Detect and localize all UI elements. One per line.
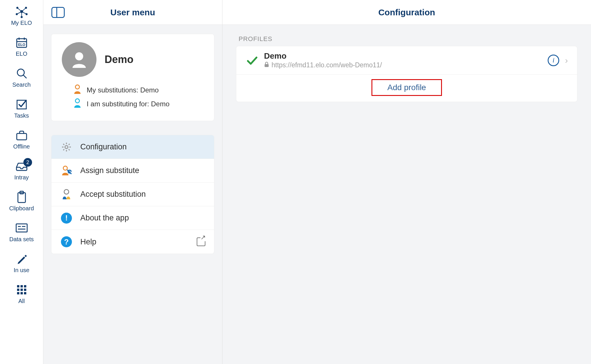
nav-label: All bbox=[18, 298, 25, 304]
pencil-icon bbox=[16, 252, 27, 265]
chevron-right-icon: › bbox=[565, 55, 568, 65]
username: Demo bbox=[105, 53, 133, 66]
check-box-icon bbox=[16, 98, 28, 111]
menu-item-label: About the app bbox=[80, 213, 129, 222]
network-icon bbox=[15, 5, 28, 18]
svg-line-17 bbox=[23, 75, 26, 78]
menu-item-label: Help bbox=[80, 237, 96, 246]
external-link-icon bbox=[197, 237, 205, 246]
svg-rect-19 bbox=[17, 133, 27, 140]
nav-label: My ELO bbox=[11, 20, 32, 26]
svg-point-48 bbox=[64, 190, 69, 194]
svg-point-38 bbox=[65, 145, 68, 148]
clipboard-icon bbox=[16, 191, 27, 203]
svg-rect-31 bbox=[24, 289, 26, 291]
svg-rect-28 bbox=[24, 285, 26, 287]
profile-name: Demo bbox=[264, 51, 542, 61]
nav-datasets[interactable]: Data sets bbox=[0, 219, 43, 245]
add-profile-row: Add profile bbox=[236, 75, 577, 102]
nav-clipboard[interactable]: Clipboard bbox=[0, 188, 43, 214]
user-menu-list: Configuration Assign substitute Acce bbox=[51, 135, 214, 254]
svg-line-44 bbox=[69, 149, 70, 150]
svg-point-35 bbox=[75, 52, 83, 60]
person-duo-icon bbox=[60, 188, 73, 201]
substituting-for-label: I am substituting for: Demo bbox=[87, 100, 170, 108]
svg-line-8 bbox=[17, 12, 22, 14]
avatar bbox=[62, 42, 96, 77]
calendar-icon: ELO bbox=[16, 36, 28, 49]
nav-all[interactable]: All bbox=[0, 281, 43, 307]
menu-about-app[interactable]: ! About the app bbox=[51, 206, 214, 230]
nav-my-elo[interactable]: My ELO bbox=[0, 3, 43, 29]
svg-rect-33 bbox=[21, 292, 23, 294]
layout-toggle-icon[interactable] bbox=[51, 7, 65, 18]
profile-url: https://efmd11.elo.com/web-Demo11/ bbox=[272, 61, 382, 69]
user-menu-title: User menu bbox=[73, 8, 192, 17]
person-cyan-icon bbox=[73, 98, 81, 110]
check-icon bbox=[246, 54, 258, 67]
nav-label: In use bbox=[14, 267, 29, 274]
nav-label: Search bbox=[12, 81, 31, 88]
menu-item-label: Assign substitute bbox=[80, 166, 139, 175]
nav-search[interactable]: Search bbox=[0, 65, 43, 90]
menu-accept-substitution[interactable]: Accept substitution bbox=[51, 183, 214, 206]
svg-point-37 bbox=[75, 99, 79, 103]
menu-configuration[interactable]: Configuration bbox=[51, 135, 214, 159]
info-icon[interactable]: i bbox=[548, 55, 559, 66]
nav-label: Offline bbox=[13, 143, 30, 150]
menu-item-label: Accept substitution bbox=[80, 190, 146, 199]
substituting-for-row[interactable]: I am substituting for: Demo bbox=[62, 97, 204, 111]
profiles-card: Demo https://efmd11.elo.com/web-Demo11/ … bbox=[236, 46, 577, 102]
nav-label: Data sets bbox=[9, 236, 34, 243]
intray-badge: 2 bbox=[23, 158, 32, 167]
menu-assign-substitute[interactable]: Assign substitute bbox=[51, 159, 214, 183]
my-substitutions-label: My substitutions: Demo bbox=[87, 86, 159, 94]
user-card: Demo My substitutions: Demo I am substit… bbox=[51, 34, 214, 121]
nav-offline[interactable]: Offline bbox=[0, 127, 43, 152]
gear-icon bbox=[60, 141, 73, 153]
profiles-section-label: PROFILES bbox=[236, 35, 577, 43]
svg-rect-32 bbox=[17, 292, 19, 294]
menu-item-label: Configuration bbox=[80, 142, 127, 151]
nav-label: Intray bbox=[14, 174, 29, 181]
svg-rect-26 bbox=[17, 285, 19, 287]
grid-icon bbox=[16, 283, 27, 296]
config-panel: Configuration PROFILES Demo bbox=[222, 0, 591, 364]
svg-rect-49 bbox=[265, 64, 269, 67]
nav-sidebar: My ELO ELO ELO Search bbox=[0, 0, 43, 364]
help-icon: ? bbox=[60, 235, 73, 248]
svg-text:ELO: ELO bbox=[18, 43, 25, 47]
nav-elo[interactable]: ELO ELO bbox=[0, 34, 43, 60]
config-header: Configuration bbox=[222, 0, 591, 25]
menu-help[interactable]: ? Help bbox=[51, 230, 214, 254]
svg-rect-22 bbox=[16, 224, 27, 232]
svg-point-36 bbox=[75, 85, 79, 89]
svg-line-7 bbox=[22, 8, 26, 12]
lock-icon bbox=[264, 61, 269, 69]
form-icon bbox=[15, 222, 28, 234]
config-body: PROFILES Demo bbox=[222, 25, 591, 112]
nav-in-use[interactable]: In use bbox=[0, 250, 43, 276]
profile-row[interactable]: Demo https://efmd11.elo.com/web-Demo11/ … bbox=[236, 46, 577, 75]
add-profile-button[interactable]: Add profile bbox=[371, 79, 442, 96]
svg-point-47 bbox=[63, 166, 67, 170]
svg-rect-29 bbox=[17, 289, 19, 291]
nav-label: Tasks bbox=[14, 112, 29, 119]
info-exclaim-icon: ! bbox=[60, 212, 73, 224]
user-menu-panel: User menu Demo My substitutions: Demo bbox=[43, 0, 222, 364]
svg-line-46 bbox=[63, 149, 64, 150]
svg-rect-27 bbox=[21, 285, 23, 287]
svg-line-6 bbox=[17, 8, 22, 12]
nav-label: Clipboard bbox=[9, 205, 34, 212]
person-wrench-icon bbox=[60, 164, 73, 177]
nav-tasks[interactable]: Tasks bbox=[0, 96, 43, 121]
my-substitutions-row[interactable]: My substitutions: Demo bbox=[62, 83, 204, 97]
search-icon bbox=[16, 67, 27, 80]
svg-rect-30 bbox=[21, 289, 23, 291]
svg-line-43 bbox=[63, 144, 64, 144]
nav-label: ELO bbox=[16, 51, 27, 57]
person-orange-icon bbox=[73, 84, 81, 96]
nav-intray[interactable]: 2 Intray bbox=[0, 157, 43, 183]
briefcase-icon bbox=[15, 129, 28, 142]
config-title: Configuration bbox=[231, 8, 583, 17]
